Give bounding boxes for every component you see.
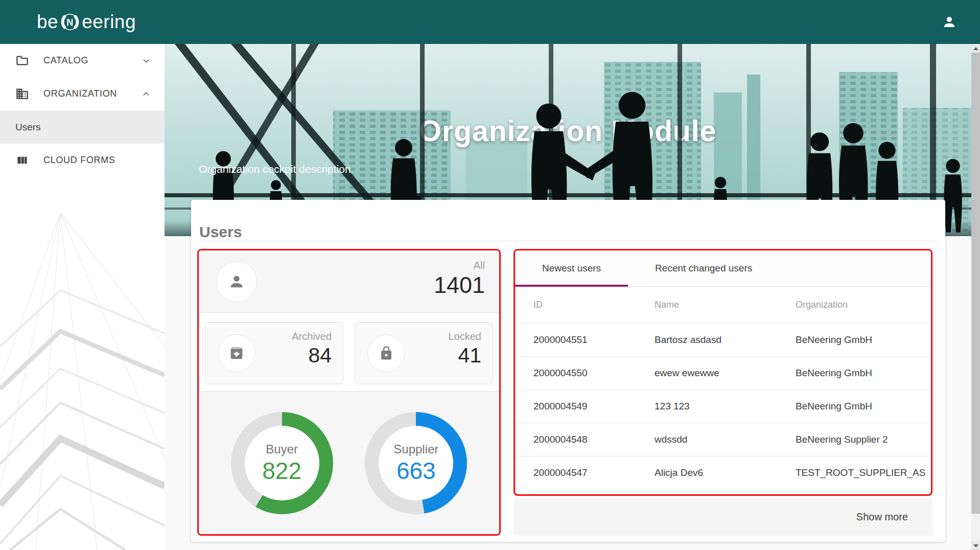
table-header-row: ID Name Organization	[515, 287, 931, 323]
stat-locked-value: 41	[449, 343, 482, 368]
stat-all-value: 1401	[434, 272, 485, 299]
folder-icon	[15, 54, 29, 67]
scrollbar-thumb[interactable]	[971, 53, 980, 514]
show-more-button[interactable]: Show more	[853, 511, 911, 523]
avatar	[367, 334, 405, 372]
avatar	[216, 261, 257, 302]
stat-all-tile: All 1401	[199, 250, 499, 313]
cell-id: 2000004551	[515, 334, 655, 346]
annotation-box-users-table: Newest users Recent changed users ID Nam…	[514, 249, 932, 496]
scrollbar-up-button[interactable]	[971, 44, 980, 53]
column-header-id: ID	[515, 300, 655, 310]
show-more-row: Show more	[514, 498, 932, 536]
cell-organization: TEST_ROOT_SUPPLIER_AS	[796, 467, 931, 478]
vertical-scrollbar	[971, 44, 980, 550]
donut-charts-area: Buyer 822 Supplier 663	[199, 392, 499, 534]
users-tabs: Newest users Recent changed users	[515, 250, 931, 287]
table-row[interactable]: 2000004548 wdssdd BeNeering Supplier 2	[515, 423, 931, 456]
cell-id: 2000004548	[515, 434, 655, 445]
cell-organization: BeNeering GmbH	[796, 401, 931, 412]
person-icon	[942, 14, 957, 30]
cell-name: Bartosz asdasd	[655, 334, 796, 346]
cell-organization: BeNeering Supplier 2	[796, 434, 931, 445]
buyer-donut-value: 822	[262, 457, 301, 485]
sidebar-item-users[interactable]: Users	[0, 110, 165, 144]
stat-archived-value: 84	[292, 343, 332, 368]
stat-archived-label: Archived	[292, 330, 332, 343]
column-header-name: Name	[655, 300, 796, 310]
stat-locked-tile: Locked 41	[355, 322, 493, 384]
sidebar-item-label: ORGANIZATION	[43, 88, 141, 99]
stat-archived-tile: Archived 84	[205, 322, 343, 384]
title-divider	[199, 241, 937, 241]
cell-id: 2000004549	[515, 401, 655, 412]
buyer-donut-label: Buyer	[266, 442, 298, 457]
tab-label: Newest users	[542, 263, 601, 274]
cell-name: 123 123	[655, 401, 796, 412]
cell-name: ewew ewewwe	[655, 368, 796, 379]
supplier-donut-label: Supplier	[393, 442, 438, 457]
beneering-logo: be N eering	[37, 0, 136, 44]
page-title: Users	[199, 223, 242, 241]
chevron-down-icon	[141, 56, 151, 66]
sidebar-item-organization[interactable]: ORGANIZATION	[0, 77, 165, 110]
archive-icon	[229, 346, 244, 361]
person-icon	[228, 273, 245, 290]
triangle-down-icon	[973, 544, 978, 547]
sidebar-item-label: CLOUD FORMS	[43, 155, 151, 166]
cell-id: 2000004547	[515, 467, 655, 478]
stat-all-label: All	[434, 259, 485, 272]
cell-name: wdssdd	[655, 434, 796, 445]
column-header-organization: Organization	[796, 300, 931, 310]
scrollbar-down-button[interactable]	[971, 541, 980, 550]
hero-title: Organization Module	[419, 114, 717, 147]
buyer-donut-chart: Buyer 822	[231, 412, 333, 514]
table-row[interactable]: 2000004550 ewew ewewwe BeNeering GmbH	[515, 356, 931, 389]
tab-recent-changed-users[interactable]: Recent changed users	[628, 250, 779, 286]
top-app-bar: be N eering	[0, 0, 980, 44]
application-window: be N eering	[0, 0, 980, 550]
stat-locked-label: Locked	[449, 330, 482, 343]
cloud-forms-icon	[15, 153, 29, 167]
building-watermark-image	[0, 213, 165, 550]
lock-icon	[379, 346, 394, 361]
sidebar-item-cloud-forms[interactable]: CLOUD FORMS	[0, 144, 165, 177]
cell-organization: BeNeering GmbH	[796, 368, 931, 379]
spacer	[199, 313, 499, 322]
logo-n-emblem-icon: N	[59, 11, 81, 33]
cell-id: 2000004550	[515, 368, 655, 379]
tab-newest-users[interactable]: Newest users	[515, 250, 628, 286]
svg-text:N: N	[66, 17, 74, 28]
table-row[interactable]: 2000004551 Bartosz asdasd BeNeering GmbH	[515, 323, 931, 356]
table-row[interactable]: 2000004547 Alicja Dev6 TEST_ROOT_SUPPLIE…	[515, 456, 931, 489]
table-row[interactable]: 2000004549 123 123 BeNeering GmbH	[515, 389, 931, 423]
tab-label: Recent changed users	[655, 263, 752, 274]
cell-name: Alicja Dev6	[655, 467, 796, 478]
spacer	[199, 384, 499, 391]
sidebar: CATALOG ORGANIZATION Users	[0, 44, 165, 550]
users-card: Users All 1401	[191, 200, 945, 542]
avatar	[218, 334, 255, 372]
supplier-donut-value: 663	[396, 457, 436, 485]
hero-subtitle: Organization cockpit description	[199, 163, 351, 175]
cell-organization: BeNeering GmbH	[796, 334, 931, 346]
chevron-up-icon	[141, 89, 151, 99]
supplier-donut-chart: Supplier 663	[365, 412, 467, 514]
stat-tiles-row: Archived 84 Locked 41	[199, 322, 499, 384]
account-button[interactable]	[938, 11, 961, 33]
sidebar-item-catalog[interactable]: CATALOG	[0, 44, 165, 77]
triangle-up-icon	[973, 47, 978, 50]
logo-text-right: eering	[82, 11, 136, 33]
sidebar-subitem-label: Users	[15, 122, 41, 133]
sidebar-item-label: CATALOG	[43, 55, 141, 66]
annotation-box-stats: All 1401 Archived 84	[197, 249, 501, 536]
organization-icon	[15, 87, 29, 101]
logo-text-left: be	[37, 11, 58, 33]
